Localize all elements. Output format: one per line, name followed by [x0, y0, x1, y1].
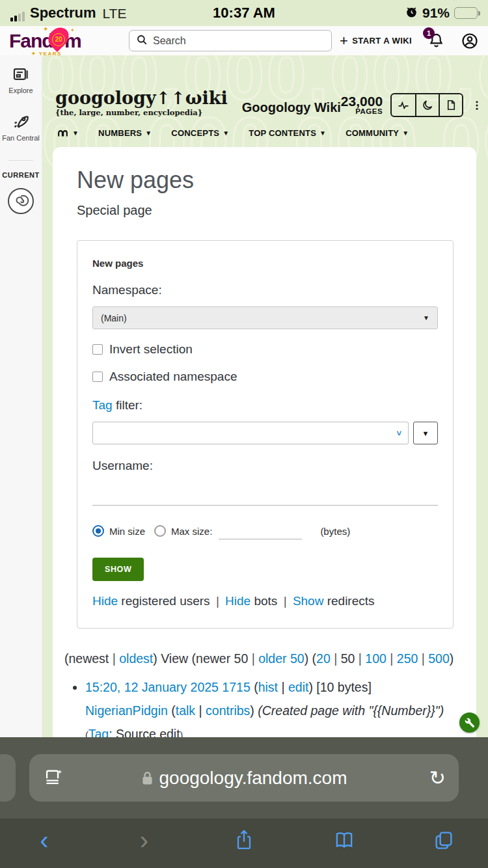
- limit-250-link[interactable]: 250: [397, 651, 418, 666]
- min-size-label: Min size: [109, 526, 145, 537]
- rail-item-fan-central[interactable]: Fan Central: [2, 111, 39, 143]
- nav-concepts[interactable]: CONCEPTS▼: [171, 128, 229, 138]
- moon-icon: [422, 99, 434, 111]
- hide-bots-link[interactable]: Hide: [225, 594, 251, 608]
- page-icon: [445, 99, 457, 111]
- start-a-wiki-button[interactable]: + START A WIKI: [340, 34, 412, 48]
- entry-hist-link[interactable]: hist: [258, 680, 278, 694]
- global-search-bar[interactable]: [129, 30, 332, 51]
- oldest-link[interactable]: oldest: [119, 651, 153, 666]
- namespace-selected-value: (Main): [101, 313, 127, 323]
- nav-top-contents[interactable]: TOP CONTENTS▼: [249, 128, 326, 138]
- safari-url-row: googology.fandom.com ↻: [0, 737, 488, 819]
- bookmarks-button[interactable]: [325, 830, 364, 850]
- hide-registered-users-link[interactable]: Hide: [92, 594, 118, 608]
- explore-icon: [12, 66, 29, 83]
- adjacent-tab-edge[interactable]: [0, 754, 16, 802]
- invert-selection-checkbox[interactable]: [92, 344, 103, 355]
- anniversary-badge: 20: [52, 33, 65, 46]
- page-menu-icon[interactable]: [42, 766, 64, 791]
- nav-community[interactable]: COMMUNITY▼: [346, 128, 409, 138]
- tabs-button[interactable]: [424, 830, 463, 850]
- back-button[interactable]: ‹: [25, 827, 64, 853]
- form-title: New pages: [92, 258, 438, 269]
- page-count: 23,000 PAGES: [341, 94, 383, 116]
- account-button[interactable]: [461, 32, 479, 50]
- invert-selection-label: Invert selection: [109, 342, 193, 357]
- wiki-wordmark[interactable]: googology↑↑ωiki {the, large, number, enc…: [55, 89, 228, 117]
- spiral-icon: [11, 191, 31, 211]
- rail-item-label: Fan Central: [2, 134, 39, 143]
- battery-percent-label: 91%: [422, 5, 450, 21]
- rail-item-explore[interactable]: Explore: [8, 66, 33, 96]
- show-redirects-link[interactable]: Show: [293, 594, 324, 608]
- entry-page-link[interactable]: 1715: [222, 680, 250, 694]
- entry-user-link[interactable]: NigerianPidgin: [85, 703, 168, 718]
- chevron-down-icon: ▼: [422, 429, 429, 437]
- iphone-screen: Spectrum LTE 10:37 AM 91% ✦ ✦ Fandom 20 …: [0, 0, 488, 868]
- current-wiki-avatar[interactable]: [8, 188, 34, 214]
- address-bar[interactable]: googology.fandom.com ↻: [29, 754, 459, 802]
- search-input[interactable]: [153, 35, 325, 47]
- chevron-right-icon: ›: [140, 827, 148, 853]
- chevron-down-icon: ▼: [223, 129, 229, 137]
- max-size-radio[interactable]: [154, 525, 166, 537]
- page-count-number: 23,000: [341, 94, 383, 108]
- entry-timestamp-link[interactable]: 15:20, 12 January 2025: [85, 680, 219, 694]
- tag-filter-input[interactable]: [100, 427, 396, 439]
- reload-button[interactable]: ↻: [429, 768, 446, 788]
- kebab-menu-icon: [471, 99, 483, 112]
- forward-button[interactable]: ›: [125, 827, 164, 853]
- entry-contribs-link[interactable]: contribs: [206, 703, 250, 718]
- sparkle-icon: ✦: [70, 27, 75, 33]
- chevron-down-icon: ▼: [145, 129, 152, 137]
- chevron-down-icon: ▼: [402, 129, 409, 137]
- page-subtitle: Special page: [77, 203, 465, 218]
- chevron-left-icon: ‹: [40, 827, 48, 853]
- tag-filter-label: Tag filter:: [92, 398, 438, 413]
- entry-edit-link[interactable]: edit: [288, 680, 308, 694]
- entry-size-label: [10 bytes]: [316, 680, 372, 694]
- status-bar: Spectrum LTE 10:37 AM 91%: [0, 0, 488, 26]
- chevron-down-icon: ▼: [319, 129, 326, 137]
- size-bytes-input[interactable]: [219, 522, 302, 539]
- namespace-label: Namespace:: [92, 283, 438, 297]
- nav-numbers[interactable]: NUMBERS▼: [98, 128, 152, 138]
- newest-label: newest: [69, 651, 109, 666]
- search-icon: [136, 34, 148, 48]
- associated-namespace-checkbox[interactable]: [92, 372, 103, 382]
- namespace-select[interactable]: (Main) ▼: [92, 306, 438, 329]
- wiki-header: googology↑↑ωiki {the, large, number, enc…: [42, 55, 488, 117]
- wiki-activity-button[interactable]: [392, 94, 415, 116]
- book-icon: [333, 830, 355, 850]
- limit-500-link[interactable]: 500: [428, 651, 450, 666]
- limit-100-link[interactable]: 100: [365, 651, 386, 666]
- tabs-icon: [433, 830, 454, 850]
- wiki-header-buttons: [390, 93, 463, 117]
- fandom-logo[interactable]: ✦ ✦ Fandom 20 YEARS: [9, 28, 94, 54]
- double-arch-icon: [57, 128, 69, 138]
- nav-pages-menu[interactable]: ▼: [57, 128, 79, 138]
- more-options-button[interactable]: [471, 99, 483, 112]
- show-button[interactable]: SHOW: [92, 558, 144, 581]
- older-50-link[interactable]: older 50: [258, 651, 304, 666]
- limit-20-link[interactable]: 20: [316, 651, 331, 666]
- min-size-radio[interactable]: [92, 525, 104, 537]
- tag-filter-dropdown-button[interactable]: ▼: [413, 422, 438, 444]
- battery-icon: [454, 7, 478, 19]
- dark-mode-button[interactable]: [415, 94, 439, 116]
- rail-divider: [8, 160, 33, 161]
- rocket-icon: [11, 111, 31, 131]
- rail-item-label: Explore: [8, 87, 33, 96]
- share-button[interactable]: [224, 828, 264, 852]
- username-input[interactable]: [92, 485, 438, 506]
- entry-talk-link[interactable]: talk: [176, 703, 195, 718]
- notifications-button[interactable]: 1: [427, 32, 445, 49]
- admin-tools-fab[interactable]: [459, 712, 480, 733]
- tag-link[interactable]: Tag: [92, 398, 113, 412]
- tag-filter-combobox[interactable]: ˅: [92, 422, 409, 444]
- new-page-button[interactable]: [439, 94, 462, 116]
- username-label: Username:: [92, 459, 438, 473]
- rail-current-label: CURRENT: [2, 171, 39, 179]
- wiki-name[interactable]: Googology Wiki: [242, 100, 341, 115]
